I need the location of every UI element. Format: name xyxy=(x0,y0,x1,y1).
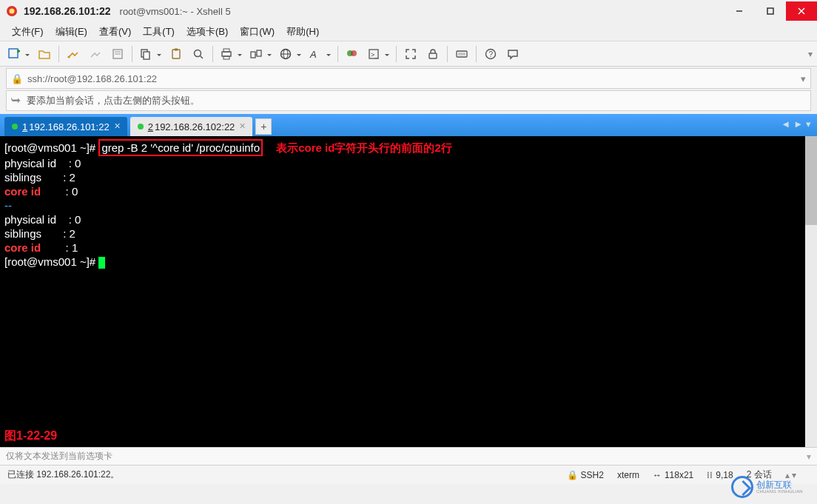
status-dot-icon xyxy=(138,124,144,130)
info-text: 要添加当前会话，点击左侧的箭头按钮。 xyxy=(27,94,200,107)
menu-file[interactable]: 文件(F) xyxy=(6,23,50,41)
svg-point-29 xyxy=(351,50,357,56)
tab-close-icon[interactable]: ✕ xyxy=(239,121,248,130)
help-button[interactable]: ? xyxy=(480,44,501,64)
svg-point-9 xyxy=(67,56,70,58)
fullscreen-button[interactable] xyxy=(400,44,421,64)
feedback-button[interactable] xyxy=(502,44,523,64)
cursor-pos-icon: ⁞⁞ xyxy=(707,470,713,480)
properties-button[interactable] xyxy=(107,44,128,64)
new-session-button[interactable] xyxy=(4,44,33,64)
status-term-type: xterm xyxy=(617,470,639,480)
tab-next-icon[interactable]: ► xyxy=(793,118,803,130)
tab-list-icon[interactable]: ▾ xyxy=(806,118,811,130)
svg-text:A: A xyxy=(309,49,317,60)
reconnect-button[interactable] xyxy=(63,44,84,64)
maximize-button[interactable] xyxy=(755,1,786,21)
output-value: 1 xyxy=(72,241,78,254)
encoding-button[interactable] xyxy=(276,44,304,64)
toolbar-separator xyxy=(337,46,338,62)
tab-close-icon[interactable]: ✕ xyxy=(114,121,123,130)
session-tab-2[interactable]: 2 192.168.26.102:22 ✕ xyxy=(130,117,253,136)
menu-window[interactable]: 窗口(W) xyxy=(234,23,280,41)
toolbar-separator xyxy=(58,46,59,62)
status-connection: 已连接 192.168.26.101:22。 xyxy=(7,468,119,481)
menu-view[interactable]: 查看(V) xyxy=(93,23,137,41)
toolbar-separator xyxy=(447,46,448,62)
menu-tools[interactable]: 工具(T) xyxy=(137,23,181,41)
copy-button[interactable] xyxy=(136,44,164,64)
output-value: 0 xyxy=(72,185,78,198)
address-text: ssh://root@192.168.26.101:22 xyxy=(27,73,157,84)
output-value: 2 xyxy=(70,171,75,184)
lock-button[interactable] xyxy=(423,44,443,64)
output-key: siblings xyxy=(4,171,60,184)
resize-icon: ↔ xyxy=(653,470,662,480)
svg-rect-6 xyxy=(9,49,18,58)
toolbar-separator xyxy=(476,46,477,62)
script-button[interactable]: >_ xyxy=(364,44,392,64)
output-key: core id xyxy=(4,241,62,254)
svg-rect-19 xyxy=(222,52,231,56)
svg-point-1 xyxy=(10,9,15,14)
svg-rect-33 xyxy=(457,51,467,57)
paste-button[interactable] xyxy=(166,44,186,64)
address-bar[interactable]: 🔒 ssh://root@192.168.26.101:22 ▾ xyxy=(6,68,811,89)
menu-tabs[interactable]: 选项卡(B) xyxy=(181,23,234,41)
compose-bar[interactable]: 仅将文本发送到当前选项卡 ▾ xyxy=(0,447,817,465)
close-button[interactable] xyxy=(786,1,817,21)
highlighted-command: grep -B 2 '^core id' /proc/cpuinfo xyxy=(98,139,263,156)
watermark-icon xyxy=(731,476,753,498)
add-session-arrow-icon[interactable]: ⮩ xyxy=(11,95,21,107)
compose-dropdown-icon[interactable]: ▾ xyxy=(807,451,811,462)
toolbar-separator xyxy=(212,46,213,62)
keyboard-button[interactable] xyxy=(451,44,472,64)
tab-strip: 1 192.168.26.101:22 ✕ 2 192.168.26.102:2… xyxy=(0,114,817,136)
menu-edit[interactable]: 编辑(E) xyxy=(50,23,93,41)
compose-placeholder: 仅将文本发送到当前选项卡 xyxy=(6,450,112,463)
session-tab-1[interactable]: 1 192.168.26.101:22 ✕ xyxy=(4,117,127,136)
info-bar: ⮩ 要添加当前会话，点击左侧的箭头按钮。 xyxy=(6,90,811,111)
prompt: [root@vms001 ~]# xyxy=(4,255,95,268)
print-button[interactable] xyxy=(217,44,245,64)
annotation-text: 表示core id字符开头行的前面的2行 xyxy=(276,141,452,154)
svg-rect-23 xyxy=(257,50,261,56)
watermark-logo: 创新互联 CHUANG XINHULIAN xyxy=(731,473,813,501)
address-dropdown-icon[interactable]: ▾ xyxy=(801,73,806,84)
status-bar: 已连接 192.168.26.101:22。 🔒SSH2 xterm ↔118x… xyxy=(0,465,817,484)
output-value: 0 xyxy=(75,213,81,226)
menu-help[interactable]: 帮助(H) xyxy=(280,23,325,41)
scrollbar-thumb[interactable] xyxy=(805,136,817,225)
svg-rect-3 xyxy=(767,8,773,14)
lock-icon: 🔒 xyxy=(567,470,578,480)
output-value: 0 xyxy=(75,157,81,169)
svg-rect-14 xyxy=(144,52,149,59)
cursor-icon xyxy=(98,257,105,269)
terminal-output[interactable]: [root@vms001 ~]# grep -B 2 '^core id' /p… xyxy=(0,136,805,447)
output-key: core id xyxy=(4,185,62,198)
svg-text:>_: >_ xyxy=(371,51,379,58)
svg-text:?: ? xyxy=(489,50,494,58)
find-button[interactable] xyxy=(188,44,209,64)
tab-prev-icon[interactable]: ◄ xyxy=(781,118,790,130)
svg-rect-32 xyxy=(429,53,437,58)
transfer-button[interactable] xyxy=(246,44,275,64)
status-dot-icon xyxy=(12,124,18,130)
title-bar: 192.168.26.101:22 root@vms001:~ - Xshell… xyxy=(0,0,817,22)
color-scheme-button[interactable] xyxy=(342,44,363,64)
add-tab-button[interactable]: + xyxy=(255,118,272,135)
disconnect-button[interactable] xyxy=(85,44,106,64)
svg-rect-22 xyxy=(251,52,255,58)
tab-accelerator: 1 xyxy=(22,121,27,132)
open-session-button[interactable] xyxy=(34,44,55,64)
watermark-text: 创新互联 xyxy=(756,480,803,489)
tab-accelerator: 2 xyxy=(148,121,153,132)
toolbar-overflow-icon[interactable]: ▾ xyxy=(808,49,813,59)
titlebar-connection: 192.168.26.101:22 xyxy=(24,5,111,17)
minimize-button[interactable] xyxy=(724,1,755,21)
font-button[interactable]: A xyxy=(306,44,334,64)
status-protocol: 🔒SSH2 xyxy=(567,470,604,480)
svg-rect-16 xyxy=(175,48,178,50)
status-cursor: ⁞⁞9,18 xyxy=(707,470,733,480)
terminal-scrollbar[interactable] xyxy=(805,136,817,447)
